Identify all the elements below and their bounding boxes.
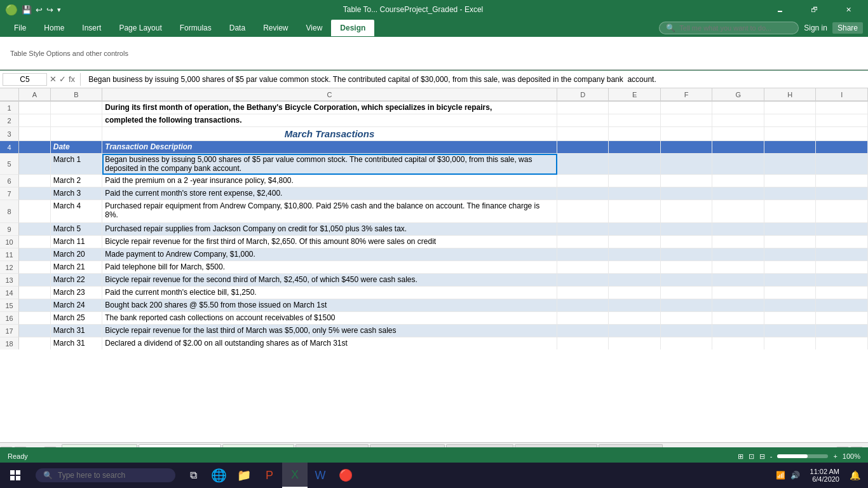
cell-a10[interactable] (19, 236, 51, 248)
cell-i5[interactable] (816, 154, 868, 175)
cell-c5[interactable]: Began business by issuing 5,000 shares o… (102, 154, 557, 175)
file-explorer-icon[interactable]: 📁 (231, 463, 257, 488)
cell-i17[interactable] (816, 325, 868, 337)
cell-h8[interactable] (764, 200, 817, 223)
cell-g11[interactable] (712, 248, 764, 261)
cell-f3[interactable] (661, 127, 713, 141)
save-icon[interactable]: 💾 (22, 5, 32, 15)
cell-a18[interactable] (19, 337, 51, 349)
grid-view-icon[interactable]: ⊞ (738, 452, 743, 461)
cell-f8[interactable] (661, 200, 713, 223)
cell-d18[interactable] (557, 337, 609, 349)
cell-i11[interactable] (816, 248, 868, 261)
cell-b13[interactable]: March 22 (51, 274, 103, 287)
cell-h10[interactable] (764, 236, 817, 248)
cell-f2[interactable] (661, 114, 713, 127)
close-button[interactable]: ✕ (834, 0, 863, 19)
cell-a17[interactable] (19, 325, 51, 337)
tell-me-input[interactable] (679, 24, 781, 32)
cell-g3[interactable] (712, 127, 764, 141)
cell-d17[interactable] (557, 325, 609, 337)
cell-g5[interactable] (712, 154, 764, 175)
cell-f12[interactable] (661, 261, 713, 274)
cancel-formula-icon[interactable]: ✕ (50, 74, 57, 84)
taskbar-search-input[interactable] (58, 471, 159, 480)
cell-f7[interactable] (661, 187, 713, 200)
cell-a11[interactable] (19, 248, 51, 261)
cell-b17[interactable]: March 31 (51, 325, 103, 337)
cell-d5[interactable] (557, 154, 609, 175)
maximize-button[interactable]: 🗗 (799, 0, 829, 19)
cell-e12[interactable] (609, 261, 661, 274)
cell-h11[interactable] (764, 248, 817, 261)
cell-b7[interactable]: March 3 (51, 187, 103, 200)
cell-i7[interactable] (816, 187, 868, 200)
cell-h6[interactable] (764, 175, 817, 187)
cell-a6[interactable] (19, 175, 51, 187)
cell-f13[interactable] (661, 274, 713, 287)
tab-page-layout[interactable]: Page Layout (110, 20, 170, 36)
cell-h13[interactable] (764, 274, 817, 287)
cell-i18[interactable] (816, 337, 868, 349)
cell-i8[interactable] (816, 200, 868, 223)
cell-b12[interactable]: March 21 (51, 261, 103, 274)
cell-i16[interactable] (816, 312, 868, 325)
cell-g14[interactable] (712, 287, 764, 299)
cell-d13[interactable] (557, 274, 609, 287)
cell-a15[interactable] (19, 299, 51, 312)
cell-g13[interactable] (712, 274, 764, 287)
cell-a1[interactable] (19, 102, 51, 114)
tab-file[interactable]: File (5, 20, 35, 36)
cell-c6[interactable]: Paid the premium on a 2 -year insurance … (102, 175, 557, 187)
cell-b10[interactable]: March 11 (51, 236, 103, 248)
col-header-f[interactable]: F (661, 88, 713, 101)
col-header-i[interactable]: I (816, 88, 868, 101)
cell-i2[interactable] (816, 114, 868, 127)
chrome-icon[interactable]: 🔴 (333, 463, 358, 488)
cell-a5[interactable] (19, 154, 51, 175)
cell-a12[interactable] (19, 261, 51, 274)
cell-i1[interactable] (816, 102, 868, 114)
cell-e7[interactable] (609, 187, 661, 200)
sign-in-link[interactable]: Sign in (804, 24, 827, 32)
cell-reference[interactable] (3, 73, 47, 86)
volume-icon[interactable]: 🔊 (790, 471, 800, 480)
cell-g2[interactable] (712, 114, 764, 127)
page-break-icon[interactable]: ⊟ (759, 452, 765, 461)
cell-e11[interactable] (609, 248, 661, 261)
col-header-e[interactable]: E (609, 88, 661, 101)
cell-h3[interactable] (764, 127, 817, 141)
cell-g8[interactable] (712, 200, 764, 223)
cell-g1[interactable] (712, 102, 764, 114)
cell-i9[interactable] (816, 223, 868, 236)
cell-f15[interactable] (661, 299, 713, 312)
cell-h1[interactable] (764, 102, 817, 114)
cell-c10[interactable]: Bicycle repair revenue for the first thi… (102, 236, 557, 248)
cell-h7[interactable] (764, 187, 817, 200)
notification-btn[interactable]: 🔔 (850, 470, 860, 480)
cell-i3[interactable] (816, 127, 868, 141)
undo-btn[interactable]: ↩ (36, 5, 43, 15)
cell-c4[interactable]: Transaction Description (102, 141, 557, 154)
march-transactions-title[interactable]: March Transactions (102, 127, 557, 141)
cell-i4[interactable] (816, 141, 868, 154)
cell-c14[interactable]: Paid the current month's electice bill, … (102, 287, 557, 299)
cell-h9[interactable] (764, 223, 817, 236)
cell-d9[interactable] (557, 223, 609, 236)
cell-d2[interactable] (557, 114, 609, 127)
cell-e17[interactable] (609, 325, 661, 337)
start-button[interactable] (0, 463, 31, 488)
cell-g16[interactable] (712, 312, 764, 325)
cell-g10[interactable] (712, 236, 764, 248)
cell-e13[interactable] (609, 274, 661, 287)
cell-c8[interactable]: Purchased repair equipment from Andrew C… (102, 200, 557, 223)
cell-c15[interactable]: Bought back 200 shares @ $5.50 from thos… (102, 299, 557, 312)
tab-data[interactable]: Data (220, 20, 254, 36)
cell-i13[interactable] (816, 274, 868, 287)
cell-f16[interactable] (661, 312, 713, 325)
task-view-btn[interactable]: ⧉ (180, 463, 206, 488)
edge-icon[interactable]: 🌐 (206, 463, 231, 488)
cell-c9[interactable]: Purchased repair supplies from Jackson C… (102, 223, 557, 236)
cell-f18[interactable] (661, 337, 713, 349)
cell-f4[interactable] (661, 141, 713, 154)
